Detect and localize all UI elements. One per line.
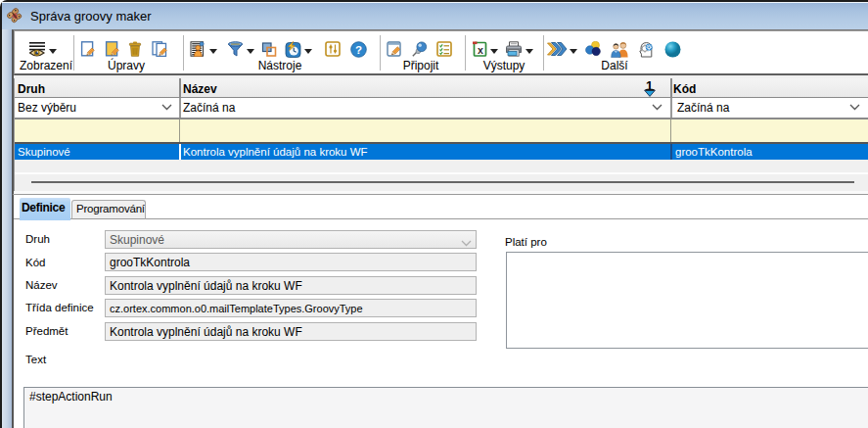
svg-text:x: x [478,44,483,56]
svg-text:?: ? [355,44,362,56]
